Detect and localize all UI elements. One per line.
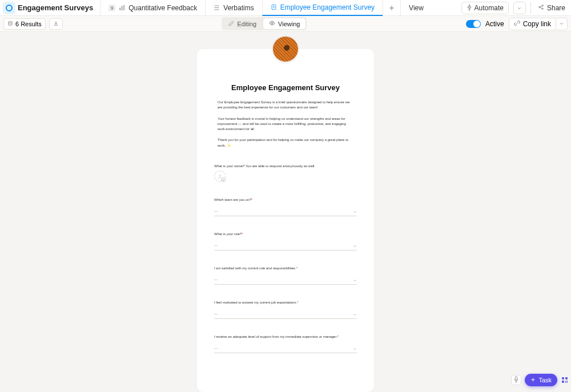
form-canvas[interactable]: Employee Engagement Survey Our Employee … xyxy=(0,32,571,392)
tab-label: Employee Engagement Survey xyxy=(280,3,375,11)
new-task-button[interactable]: Task xyxy=(525,374,557,386)
tab-employee-engagement-survey[interactable]: Employee Engagement Survey xyxy=(262,0,383,16)
satisfied-select[interactable]: — xyxy=(214,274,357,285)
link-icon xyxy=(514,20,520,28)
voice-button[interactable] xyxy=(511,375,521,385)
svg-rect-3 xyxy=(272,5,276,9)
editing-label: Editing xyxy=(237,21,256,27)
select-placeholder: — xyxy=(214,244,218,247)
svg-point-5 xyxy=(539,6,540,7)
svg-point-6 xyxy=(542,8,543,9)
divider xyxy=(530,2,531,14)
question-satisfied: I am satisfied with my current role and … xyxy=(214,266,357,285)
required-mark: * xyxy=(337,335,339,338)
select-placeholder: — xyxy=(214,209,218,213)
active-toggle[interactable] xyxy=(466,20,481,28)
motivated-select[interactable]: — xyxy=(214,309,357,319)
tab-label: Quantitative Feedback xyxy=(128,4,197,12)
svg-rect-1 xyxy=(122,6,123,10)
chevron-down-icon xyxy=(353,240,357,250)
question-label: Which team are you on?* xyxy=(214,198,357,201)
share-icon xyxy=(538,4,544,12)
question-label: I feel motivated to exceed my current jo… xyxy=(214,301,357,304)
question-role: What is your role?* — xyxy=(214,232,357,250)
view-label: View xyxy=(409,4,424,12)
support-select[interactable]: — xyxy=(214,343,357,353)
eye-icon xyxy=(269,20,275,27)
required-mark: * xyxy=(296,266,297,270)
apps-button[interactable] xyxy=(561,376,569,384)
intro-paragraph: Your honest feedback is crucial in helpi… xyxy=(218,116,353,132)
form-icon xyxy=(271,4,277,10)
intro-paragraph: Thank you for your participation and for… xyxy=(218,138,353,148)
tab-verbatims[interactable]: Verbatims xyxy=(205,0,262,16)
workspace-title: Engagement Surveys xyxy=(18,3,93,12)
required-mark: * xyxy=(297,301,298,304)
svg-point-7 xyxy=(9,21,12,23)
viewing-label: Viewing xyxy=(278,21,300,27)
select-placeholder: — xyxy=(214,278,218,281)
question-motivated: I feel motivated to exceed my current jo… xyxy=(214,301,357,319)
results-button[interactable]: 6 Results xyxy=(3,18,46,30)
copy-link-button[interactable]: Copy link xyxy=(509,18,556,30)
plus-icon xyxy=(530,377,536,383)
share-label: Share xyxy=(547,4,565,12)
intro-paragraph: Our Employee Engagement Survey is a brie… xyxy=(218,100,353,111)
active-label: Active xyxy=(485,20,504,28)
automate-button[interactable]: Automate xyxy=(461,2,509,14)
chevron-down-icon xyxy=(353,274,357,285)
question-label: I receive an adequate level of support f… xyxy=(214,335,357,338)
tab-label: Verbatims xyxy=(223,4,254,12)
form-title: Employee Engagement Survey xyxy=(214,83,357,92)
view-mode-toggle: Editing Viewing xyxy=(222,17,307,30)
copy-link-dropdown[interactable] xyxy=(556,18,568,30)
form-card: Employee Engagement Survey Our Employee … xyxy=(197,49,374,392)
bar-chart-icon xyxy=(119,5,125,11)
form-intro: Our Employee Engagement Survey is a brie… xyxy=(218,100,353,148)
question-label: I am satisfied with my current role and … xyxy=(214,266,357,270)
download-icon xyxy=(53,21,59,27)
svg-point-8 xyxy=(271,22,272,23)
app-header: Engagement Surveys 9 Quantitative Feedba… xyxy=(0,0,571,16)
team-select[interactable]: — xyxy=(214,206,357,216)
assignee-field[interactable]: + xyxy=(214,171,226,182)
chevron-down-icon xyxy=(353,206,357,216)
svg-point-9 xyxy=(219,175,220,176)
tab-badge: 9 xyxy=(108,5,115,11)
svg-rect-2 xyxy=(123,5,124,10)
role-select[interactable]: — xyxy=(214,240,357,250)
task-label: Task xyxy=(538,377,552,383)
download-button[interactable] xyxy=(49,18,63,30)
automate-dropdown[interactable] xyxy=(513,2,526,14)
tab-quantitative-feedback[interactable]: 9 Quantitative Feedback xyxy=(100,0,205,16)
view-menu[interactable]: View xyxy=(401,0,432,16)
question-name: What is your name? You are able to respo… xyxy=(214,164,357,182)
automate-label: Automate xyxy=(475,4,504,12)
svg-rect-10 xyxy=(516,377,517,380)
list-icon xyxy=(214,5,220,11)
add-view-button[interactable] xyxy=(383,0,401,16)
pencil-icon xyxy=(228,21,234,27)
chevron-down-icon xyxy=(353,309,357,319)
required-mark: * xyxy=(242,232,243,236)
editing-mode-button[interactable]: Editing xyxy=(223,18,262,29)
results-label: 6 Results xyxy=(15,21,42,27)
question-label: What is your role?* xyxy=(214,232,357,236)
svg-point-4 xyxy=(542,5,543,6)
viewing-mode-button[interactable]: Viewing xyxy=(263,18,305,29)
question-team: Which team are you on?* — xyxy=(214,198,357,216)
microphone-icon xyxy=(513,375,519,385)
required-mark: * xyxy=(251,198,252,201)
floating-controls: Task xyxy=(511,374,569,386)
form-header-image xyxy=(273,37,298,62)
copy-link-label: Copy link xyxy=(523,20,551,28)
svg-rect-0 xyxy=(120,8,121,10)
database-icon xyxy=(7,21,13,27)
share-button[interactable]: Share xyxy=(536,4,568,12)
select-placeholder: — xyxy=(214,346,218,350)
view-toolbar: 6 Results Editing Viewing Active xyxy=(0,16,571,32)
lightning-icon xyxy=(467,4,472,13)
chevron-down-icon xyxy=(353,343,357,353)
app-logo[interactable] xyxy=(3,2,15,14)
question-support: I receive an adequate level of support f… xyxy=(214,335,357,353)
